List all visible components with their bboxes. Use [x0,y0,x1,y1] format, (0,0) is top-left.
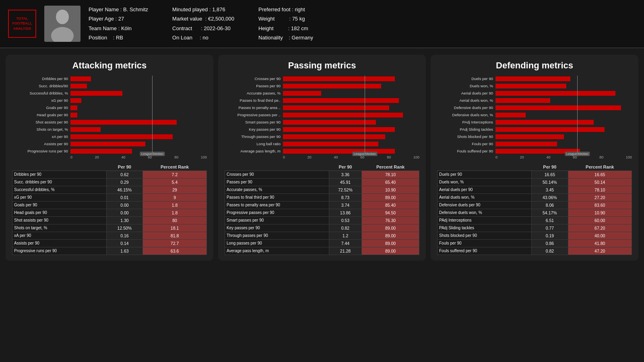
loan-label: On Loan [172,35,192,41]
bar-label: Smart passes per 90 [225,120,283,124]
bar-container [70,76,207,81]
weight-value: 75 kg [292,16,305,22]
bar-container [283,113,419,117]
metric-cell: Progressive passes per 90 [225,209,329,216]
rank-cell: 9 [143,193,207,201]
bar-row: Progressive runs per 90 [12,148,207,154]
market-label: Market value [172,16,202,22]
rank-cell: 18.1 [143,224,207,232]
bar-fill [283,76,395,81]
table-row: Through passes per 90 1.2 89.00 [225,232,419,239]
table-row: xA per 90 0.16 81.8 [12,232,207,239]
bar-row: Shots blocked per 90 [437,134,632,140]
player-photo [44,6,80,42]
player-position-label: Position [89,35,107,41]
rank-cell: 78.10 [362,171,419,178]
metric-cell: PAdj Interceptions [438,216,532,224]
axis-label: 80 [174,155,178,159]
metric-cell: xG per 90 [12,193,107,201]
bar-container [283,91,419,96]
rank-cell: 85.40 [362,201,419,209]
player-age-label: Player Age [89,16,114,22]
metric-cell: Passes to final third per 90 [225,193,329,201]
metric-cell: Through passes per 90 [225,232,329,239]
bar-container [495,76,632,81]
metric-cell: Fouls per 90 [438,239,532,247]
bar-container [283,84,419,88]
player-info-col-2: Minuted played : 1,876 Market value : €2… [172,5,234,43]
nationality-value: Germany [291,35,313,41]
bar-fill [495,127,605,132]
attacking-col-rank: Percent Rank [143,163,207,171]
rank-cell: 89.00 [362,224,419,232]
bar-label: Through passes per 90 [225,134,283,139]
bar-container [495,91,632,96]
bar-row: Aerial duels per 90 [437,90,632,97]
bar-label: Dribbles per 90 [12,76,70,81]
per90-cell: 0.00 [106,201,143,209]
rank-cell: 89.00 [362,247,419,255]
per90-cell: 0.62 [106,171,143,178]
per90-cell: 43.06% [532,193,568,201]
bar-container [70,105,207,110]
per90-cell: 0.00 [106,209,143,216]
bar-row: Shot assists per 90 [12,119,207,125]
player-name-label: Player Name [89,6,119,12]
bar-fill [283,127,395,132]
minutes-label: Minuted played [172,6,208,12]
bar-row: Aerial duels won, % [437,97,632,104]
rank-cell: 41.80 [568,239,632,247]
bar-row: Fouls suffered per 90 [437,148,632,154]
bar-container [70,113,207,117]
table-row: Dribbles per 90 0.62 7.2 [12,171,207,178]
per90-cell: 7.44 [329,239,361,247]
metric-cell: Aerial duels won, % [438,193,532,201]
passing-panel: Passing metrics Crosses per 90 Passes pe… [218,55,426,261]
table-row: Aerial duels per 90 3.45 78.10 [438,186,632,193]
bar-label: Fouls suffered per 90 [437,149,495,153]
table-row: Succ. dribbles per 90 0.29 5.4 [12,178,207,186]
axis-label: 60 [148,155,152,159]
rank-cell: 78.10 [568,186,632,193]
metric-cell: Duels per 90 [438,171,532,178]
bar-fill [495,76,570,81]
table-row: Progressive runs per 90 1.63 63.6 [12,247,207,255]
bar-row: Key passes per 90 [225,126,419,133]
metric-cell: Successful dribbles, % [12,186,107,193]
per90-cell: 1.30 [106,216,143,224]
bar-fill [495,134,564,139]
bar-container [495,127,632,132]
logo: TOTALFOOTBALLANALYSIS [8,10,36,38]
rank-cell: 94.50 [362,209,419,216]
bar-row: Head goals per 90 [12,112,207,118]
weight-label: Weight [258,16,275,22]
metric-cell: Fouls suffered per 90 [438,247,532,255]
bar-row: Assists per 90 [12,141,207,147]
metric-cell: Shot assists per 90 [12,216,107,224]
metric-cell: Crosses per 90 [225,171,329,178]
bar-container [70,149,207,154]
player-info: Player Name : B. Schmitz Player Age : 27… [89,5,313,43]
attacking-chart: Dribbles per 90 Succ. dribbles/90 Succes… [12,76,207,159]
market-value: €2,500,000 [208,16,234,22]
bar-label: PAdj Sliding tackles [437,127,495,132]
defending-col-per90: Per 90 [532,163,568,171]
bar-row: Passes to final third pe.. [225,97,419,104]
axis-label: 100 [626,155,632,159]
passing-title: Passing metrics [225,60,419,71]
bar-label: Progressive runs per 90 [12,149,70,153]
bar-fill [70,142,145,146]
bar-label: Aerial duels per 90 [437,91,495,95]
metric-cell: Assists per 90 [12,239,107,247]
attacking-col-metric [12,163,107,171]
rank-cell: 29 [143,186,207,193]
per90-cell: 72.52% [329,186,361,193]
per90-cell: 8.06 [532,201,568,209]
bar-fill [495,98,550,103]
height-value: 182 cm [291,25,308,31]
table-row: Shots blocked per 90 0.19 40.00 [438,232,632,239]
table-row: Defensive duels per 90 8.06 83.60 [438,201,632,209]
rank-cell: 65.40 [362,178,419,186]
bar-row: Through passes per 90 [225,134,419,140]
bar-row: Average pass length, m [225,148,419,154]
